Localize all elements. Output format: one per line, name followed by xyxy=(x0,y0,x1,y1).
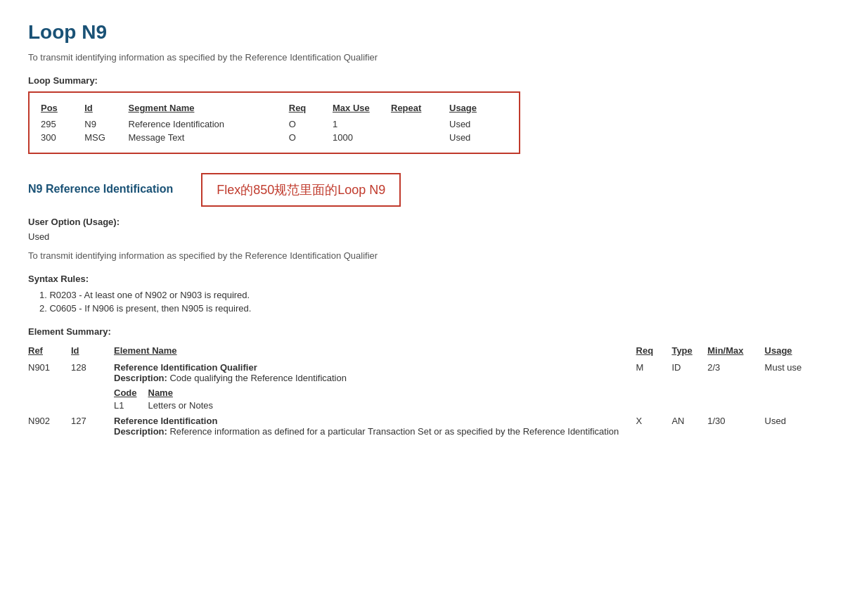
syntax-label: Syntax Rules: xyxy=(28,274,822,284)
col-repeat: Repeat xyxy=(391,101,449,117)
loop-id: N9 xyxy=(84,117,128,131)
element-name: Reference Identification xyxy=(114,416,217,426)
page-title: Loop N9 xyxy=(28,21,822,44)
el-name-cell: Reference IdentificationDescription: Ref… xyxy=(114,413,636,439)
element-row: N901 128 Reference Identification Qualif… xyxy=(28,360,822,413)
loop-summary-row: 300 MSG Message Text O 1000 Used xyxy=(41,131,508,144)
loop-summary-box: Pos Id Segment Name Req Max Use Repeat U… xyxy=(28,91,520,154)
el-minmax: 2/3 xyxy=(707,360,764,413)
n9-header-row: N9 Reference Identification Flex的850规范里面… xyxy=(28,173,822,207)
el-type: AN xyxy=(671,413,707,439)
code-table: CodeNameL1Letters or Notes xyxy=(114,386,224,411)
loop-summary-row: 295 N9 Reference Identification O 1 Used xyxy=(41,117,508,131)
loop-usage: Used xyxy=(449,131,508,144)
element-summary-table: Ref Id Element Name Req Type Min/Max Usa… xyxy=(28,344,822,439)
el-id: 127 xyxy=(71,413,114,439)
col-segment-name: Segment Name xyxy=(129,101,289,117)
annotation-box: Flex的850规范里面的Loop N9 xyxy=(201,173,401,207)
el-col-usage: Usage xyxy=(765,344,822,360)
element-row: N902 127 Reference IdentificationDescrip… xyxy=(28,413,822,439)
element-desc-prefix: Description: xyxy=(114,426,167,437)
loop-max-use: 1 xyxy=(333,117,391,131)
code-col: Code xyxy=(114,386,148,399)
col-usage: Usage xyxy=(449,101,508,117)
loop-id: MSG xyxy=(84,131,128,144)
syntax-rule-item: 2. C0605 - If N906 is present, then N905… xyxy=(39,303,822,314)
element-desc: Code qualifying the Reference Identifica… xyxy=(169,373,347,383)
annotation-text: Flex的850规范里面的Loop N9 xyxy=(217,183,385,197)
loop-summary-table: Pos Id Segment Name Req Max Use Repeat U… xyxy=(41,101,508,144)
col-pos: Pos xyxy=(41,101,84,117)
n9-section-heading: N9 Reference Identification xyxy=(28,183,173,195)
el-col-id: Id xyxy=(71,344,114,360)
syntax-rule-item: 1. R0203 - At least one of N902 or N903 … xyxy=(39,290,822,300)
loop-segment-name: Reference Identification xyxy=(129,117,289,131)
el-req: X xyxy=(636,413,672,439)
name-col: Name xyxy=(148,386,225,399)
loop-repeat xyxy=(391,131,449,144)
el-col-minmax: Min/Max xyxy=(707,344,764,360)
user-option-value: Used xyxy=(28,231,822,242)
element-desc: Reference information as defined for a p… xyxy=(169,426,619,437)
el-ref: N901 xyxy=(28,360,71,413)
el-usage: Used xyxy=(765,413,822,439)
loop-req: O xyxy=(289,131,333,144)
loop-pos: 295 xyxy=(41,117,84,131)
syntax-rules-list: 1. R0203 - At least one of N902 or N903 … xyxy=(28,290,822,314)
el-col-ref: Ref xyxy=(28,344,71,360)
code-name: Letters or Notes xyxy=(148,399,225,411)
col-id: Id xyxy=(84,101,128,117)
el-ref: N902 xyxy=(28,413,71,439)
el-col-req: Req xyxy=(636,344,672,360)
el-minmax: 1/30 xyxy=(707,413,764,439)
el-col-name: Element Name xyxy=(114,344,636,360)
el-col-type: Type xyxy=(671,344,707,360)
col-max-use: Max Use xyxy=(333,101,391,117)
user-option-label: User Option (Usage): xyxy=(28,217,822,227)
element-summary-label: Element Summary: xyxy=(28,326,822,337)
el-type: ID xyxy=(671,360,707,413)
element-name: Reference Identification Qualifier xyxy=(114,362,257,373)
el-usage: Must use xyxy=(765,360,822,413)
element-desc-prefix: Description: xyxy=(114,373,167,383)
loop-summary-label: Loop Summary: xyxy=(28,75,822,86)
loop-pos: 300 xyxy=(41,131,84,144)
loop-segment-name: Message Text xyxy=(129,131,289,144)
code-value: L1 xyxy=(114,399,148,411)
loop-req: O xyxy=(289,117,333,131)
el-req: M xyxy=(636,360,672,413)
loop-repeat xyxy=(391,117,449,131)
loop-usage: Used xyxy=(449,117,508,131)
el-name-cell: Reference Identification QualifierDescri… xyxy=(114,360,636,413)
page-subtitle: To transmit identifying information as s… xyxy=(28,52,822,63)
loop-max-use: 1000 xyxy=(333,131,391,144)
col-req: Req xyxy=(289,101,333,117)
code-row: L1Letters or Notes xyxy=(114,399,224,411)
n9-description: To transmit identifying information as s… xyxy=(28,250,822,261)
el-id: 128 xyxy=(71,360,114,413)
